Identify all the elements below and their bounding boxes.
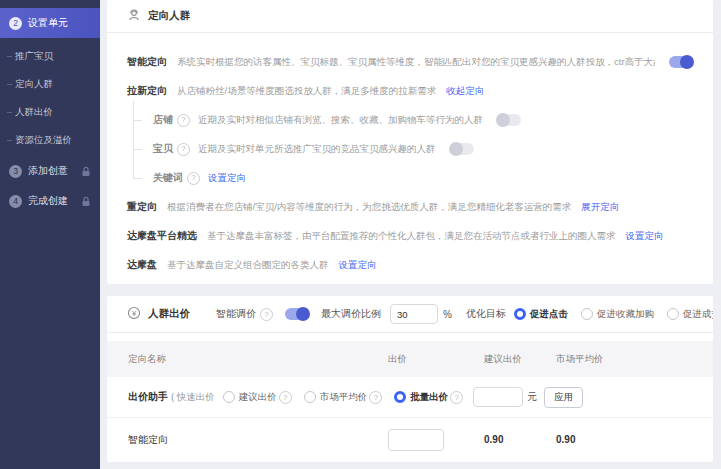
dmp-featured-label: 达摩盘平台精选	[127, 229, 197, 243]
dmp-row: 达摩盘 基于达摩盘自定义组合圈定的各类人群 设置定向	[107, 258, 713, 272]
col-market-avg: 市场平均价	[556, 353, 713, 366]
bidding-card: ¥ 人群出价 智能调价 最大调价比例 % 优化目标 促进点击 促进收藏加购 促进…	[107, 296, 713, 462]
goal-collect-cart-radio[interactable]	[581, 308, 593, 320]
bid-assistant-label: 出价助手	[128, 390, 168, 404]
step-3-badge: 3	[9, 165, 22, 178]
sidebar-item-audience-bid[interactable]: 人群出价	[0, 98, 100, 126]
bid-table-header: 定向名称 出价 建议出价 市场平均价	[107, 341, 713, 377]
step-2-label: 设置单元	[28, 16, 68, 30]
retargeting-desc: 根据消费者在您店铺/宝贝/内容等维度的行为，为您挑选优质人群，满足您精细化老客运…	[167, 200, 571, 214]
row-market-value: 0.90	[556, 434, 713, 445]
step-set-unit[interactable]: 2 设置单元	[0, 8, 100, 38]
expand-targeting-link[interactable]: 展开定向	[581, 200, 619, 214]
svg-text:¥: ¥	[132, 309, 137, 318]
bidding-card-header: ¥ 人群出价 智能调价 最大调价比例 % 优化目标 促进点击 促进收藏加购 促进…	[107, 296, 713, 333]
bid-assistant-hint: ( 快速出价	[171, 391, 215, 404]
bid-unit: 元	[527, 390, 537, 404]
help-icon[interactable]	[450, 391, 463, 404]
targeting-card-title: 定向人群	[148, 9, 190, 23]
smart-targeting-toggle[interactable]	[669, 56, 693, 68]
smart-price-label: 智能调价	[216, 307, 256, 321]
col-bid: 出价	[388, 353, 484, 366]
sidebar-item-promote-item[interactable]: 推广宝贝	[0, 42, 100, 70]
goal-conversion-label[interactable]: 促进成交	[683, 308, 713, 321]
dmp-featured-row: 达摩盘平台精选 基于达摩盘丰富标签，由平台配置推荐的个性化人群包，满足您在活动节…	[107, 229, 713, 243]
smart-price-toggle[interactable]	[285, 308, 309, 320]
goal-conversion-radio[interactable]	[667, 308, 679, 320]
smart-targeting-row: 智能定向 系统实时根据您的访客属性、宝贝标题、宝贝属性等维度，智能匹配出对您的宝…	[107, 55, 713, 69]
help-icon[interactable]	[260, 308, 273, 321]
retargeting-row: 重定向 根据消费者在您店铺/宝贝/内容等维度的行为，为您挑选优质人群，满足您精细…	[107, 200, 713, 214]
step-add-creative[interactable]: 3 添加创意	[0, 156, 100, 186]
row-suggest-value: 0.90	[484, 434, 556, 445]
optimize-goal-label: 优化目标	[466, 307, 506, 321]
step-4-label: 完成创建	[28, 194, 68, 208]
item-desc: 近期及实时对单元所选推广宝贝的竞品宝贝感兴趣的人群	[198, 142, 436, 156]
bid-icon: ¥	[127, 306, 141, 322]
help-icon[interactable]	[177, 143, 190, 156]
dmp-desc: 基于达摩盘自定义组合圈定的各类人群	[167, 258, 329, 272]
collapse-targeting-link[interactable]: 收起定向	[446, 84, 484, 98]
retargeting-label: 重定向	[127, 200, 157, 214]
pull-new-desc: 从店铺粉丝/场景等维度圈选投放人群，满足多维度的拉新需求	[177, 84, 436, 98]
dmp-label: 达摩盘	[127, 258, 157, 272]
shop-targeting-row: 店铺 近期及实时对相似店铺有浏览、搜索、收藏、加购物车等行为的人群	[107, 113, 713, 127]
sidebar-item-target-audience[interactable]: 定向人群	[0, 70, 100, 98]
smart-targeting-label: 智能定向	[127, 55, 167, 69]
keyword-label: 关键词	[153, 171, 183, 185]
lock-icon	[81, 166, 91, 177]
smart-targeting-desc: 系统实时根据您的访客属性、宝贝标题、宝贝属性等维度，智能匹配出对您的宝贝更感兴趣…	[177, 55, 655, 69]
batch-bid-radio[interactable]	[394, 391, 406, 403]
col-suggest-bid: 建议出价	[484, 353, 556, 366]
shop-label: 店铺	[153, 113, 173, 127]
help-icon[interactable]	[177, 114, 190, 127]
subnav-label: 定向人群	[15, 78, 53, 91]
dmp-featured-set-link[interactable]: 设置定向	[626, 229, 664, 243]
subnav-label: 资源位及溢价	[15, 134, 72, 147]
apply-button[interactable]: 应用	[544, 387, 583, 408]
step-3-label: 添加创意	[28, 164, 68, 178]
targeting-card: 定向人群 智能定向 系统实时根据您的访客属性、宝贝标题、宝贝属性等维度，智能匹配…	[107, 0, 713, 284]
keyword-set-targeting-link[interactable]: 设置定向	[208, 171, 246, 185]
dmp-featured-desc: 基于达摩盘丰富标签，由平台配置推荐的个性化人群包，满足您在活动节点或者行业上的圈…	[207, 229, 616, 243]
step-finish-create[interactable]: 4 完成创建	[0, 186, 100, 216]
max-ratio-label: 最大调价比例	[321, 307, 381, 321]
suggest-bid-label[interactable]: 建议出价	[239, 391, 277, 404]
row-bid-cell	[388, 429, 484, 451]
item-label: 宝贝	[153, 142, 173, 156]
smart-targeting-bid-input[interactable]	[388, 429, 444, 451]
step-4-badge: 4	[9, 195, 22, 208]
targeting-card-header: 定向人群	[107, 0, 713, 33]
step-set-plan[interactable]: 1 设置计划	[0, 0, 100, 8]
step-2-badge: 2	[9, 17, 22, 30]
sidebar-item-placement-premium[interactable]: 资源位及溢价	[0, 126, 100, 154]
help-icon[interactable]	[369, 391, 382, 404]
max-ratio-input[interactable]	[390, 304, 438, 324]
market-avg-label[interactable]: 市场平均价	[320, 391, 368, 404]
subnav-label: 推广宝贝	[15, 50, 53, 63]
batch-bid-label[interactable]: 批量出价	[410, 391, 448, 404]
lock-icon	[81, 196, 91, 207]
item-targeting-row: 宝贝 近期及实时对单元所选推广宝贝的竞品宝贝感兴趣的人群	[107, 142, 713, 156]
help-icon[interactable]	[279, 391, 292, 404]
market-avg-radio[interactable]	[304, 391, 316, 403]
bid-assistant-row: 出价助手 ( 快速出价 建议出价 市场平均价 批量出价 元 应用	[107, 377, 713, 418]
shop-toggle[interactable]	[497, 114, 521, 126]
main-content: 定向人群 智能定向 系统实时根据您的访客属性、宝贝标题、宝贝属性等维度，智能匹配…	[100, 0, 721, 469]
help-icon[interactable]	[187, 172, 200, 185]
card-gap	[107, 284, 713, 296]
dmp-set-link[interactable]: 设置定向	[339, 258, 377, 272]
item-toggle[interactable]	[450, 143, 474, 155]
bidding-card-title: 人群出价	[148, 307, 190, 321]
col-target-name: 定向名称	[107, 353, 388, 366]
goal-collect-cart-label[interactable]: 促进收藏加购	[597, 308, 654, 321]
pull-new-row: 拉新定向 从店铺粉丝/场景等维度圈选投放人群，满足多维度的拉新需求 收起定向	[107, 84, 713, 98]
shop-desc: 近期及实时对相似店铺有浏览、搜索、收藏、加购物车等行为的人群	[198, 113, 483, 127]
goal-click-label[interactable]: 促进点击	[530, 308, 568, 321]
unit-subnav: 推广宝贝 定向人群 人群出价 资源位及溢价	[0, 38, 100, 156]
wizard-sidebar: 1 设置计划 2 设置单元 推广宝贝 定向人群 人群出价 资源位及溢价 3 添加…	[0, 0, 100, 469]
suggest-bid-radio[interactable]	[223, 391, 235, 403]
app-window: 1 设置计划 2 设置单元 推广宝贝 定向人群 人群出价 资源位及溢价 3 添加…	[0, 0, 721, 469]
goal-click-radio[interactable]	[514, 308, 526, 320]
batch-bid-input[interactable]	[473, 387, 523, 407]
